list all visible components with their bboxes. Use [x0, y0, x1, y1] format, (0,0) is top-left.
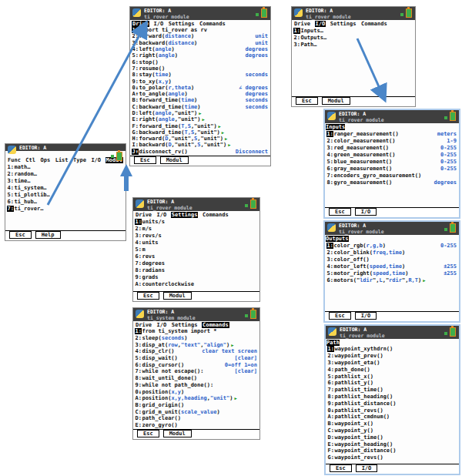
menu-item[interactable]: 1:color_rgb(r,g,b)0-255	[326, 242, 457, 249]
menu-tab-i-o[interactable]: I/O	[156, 212, 168, 218]
menu-item[interactable]: 6:disp_cursor()0=off 1=on	[135, 361, 258, 368]
menu-item[interactable]: 1:Inputs…	[293, 27, 413, 34]
menu-item[interactable]: 2:random…	[7, 170, 124, 177]
menu-item[interactable]: 7:while not escape():[clear]	[135, 368, 258, 375]
softkey-help[interactable]: Help	[35, 231, 61, 239]
softkey-esc[interactable]: Esc	[134, 156, 156, 164]
menu-item[interactable]: 1:import ti_rover as rv	[132, 27, 269, 33]
menu-item[interactable]: 7:encoders_gyro_measurement()	[326, 172, 457, 179]
menu-tab-ops[interactable]: Ops	[40, 157, 52, 163]
menu-tab-settings[interactable]: Settings	[171, 322, 199, 328]
menu-item[interactable]: E:waypoint_heading()	[327, 441, 457, 448]
menu-item[interactable]: 3:red_measurement()0-255	[326, 144, 457, 151]
softkey-esc[interactable]: Esc	[137, 430, 159, 437]
menu-item[interactable]: 5:pathlist_x()	[327, 373, 457, 380]
menu-item[interactable]: 0↓pathlist_revs()	[327, 407, 457, 414]
menu-item[interactable]: 6:revs	[135, 253, 258, 260]
menu-item[interactable]: 2:sleep(seconds)	[135, 335, 258, 342]
menu-item[interactable]: 2:forward(distance)unit	[132, 33, 269, 39]
menu-tab-ctl[interactable]: Ctl	[25, 157, 36, 163]
menu-tab-drive[interactable]: Drive	[135, 212, 152, 218]
menu-item[interactable]: 1:math…	[7, 163, 124, 170]
menu-tab-drive[interactable]: Drive	[135, 322, 152, 328]
menu-tab-drive[interactable]: Drive	[293, 21, 311, 27]
softkey-modul[interactable]: Modul	[163, 430, 192, 437]
menu-item[interactable]: 2:waypoint_prev()	[327, 353, 457, 360]
menu-item[interactable]: 3:backward(distance)unit	[132, 40, 269, 46]
menu-tab-settings[interactable]: Settings	[168, 21, 196, 27]
menu-item[interactable]: 3:revs/s	[135, 232, 258, 239]
menu-item[interactable]: 2:color_blink(freq,time)	[326, 249, 457, 256]
menu-item[interactable]: A:pathlist_cmdnum()	[327, 414, 457, 421]
menu-item[interactable]: 5:m	[135, 246, 258, 253]
menu-item[interactable]: 1:units/s	[135, 218, 258, 225]
menu-tab-commands[interactable]: Commands	[202, 322, 229, 328]
menu-item[interactable]: 4:green_measurement()0-255	[326, 151, 457, 158]
menu-item[interactable]: 1:waypoint_xythdrn()	[327, 346, 457, 353]
menu-item[interactable]: 7:pathlist_time()	[327, 387, 457, 394]
softkey-esc[interactable]: Esc	[329, 312, 351, 320]
menu-tab-list[interactable]: List	[55, 157, 69, 163]
menu-tab-i-o[interactable]: I/O	[156, 322, 168, 328]
menu-tab-func[interactable]: Func	[7, 157, 22, 163]
softkey-esc[interactable]: Esc	[329, 208, 351, 216]
menu-tab-settings[interactable]: Settings	[171, 212, 199, 218]
softkey-esc[interactable]: Esc	[296, 97, 318, 105]
menu-tab-type[interactable]: Type	[72, 157, 87, 163]
menu-item[interactable]: 9:to_xy(x,y)	[132, 78, 269, 84]
menu-item[interactable]: 2:Outputs…	[293, 34, 413, 41]
softkey-modul[interactable]: Modul	[160, 156, 189, 164]
menu-item[interactable]: D:waypoint_time()	[327, 434, 457, 441]
menu-item[interactable]: 5:blue_measurement()0-255	[326, 158, 457, 165]
menu-item[interactable]: A↑to_angle(angle)degrees	[132, 91, 269, 97]
softkey-i-o[interactable]: I/O	[355, 208, 377, 216]
menu-item[interactable]: 8:stay(time)seconds	[132, 72, 269, 78]
menu-item[interactable]: C:backward_time(time)seconds	[132, 104, 269, 110]
menu-item[interactable]: B:waypoint_x()	[327, 421, 457, 427]
menu-item[interactable]: 6:ti_hub…	[7, 198, 124, 205]
menu-item[interactable]: J↑disconnect_rv()Disconnect	[132, 149, 269, 155]
menu-item[interactable]: 3:waypoint_eta()	[327, 360, 457, 367]
menu-item[interactable]: 1:from ti_system import *	[135, 328, 258, 335]
menu-item[interactable]: 7:ti_rover…	[7, 205, 124, 212]
softkey-modul[interactable]: Modul	[322, 97, 350, 105]
softkey-modul[interactable]: Modul	[163, 292, 192, 300]
menu-item[interactable]: 6:gray_measurement()0-255	[326, 165, 457, 172]
menu-item[interactable]: 3:Path…	[293, 41, 413, 48]
menu-item[interactable]: 5:disp_wait()[clear]	[135, 355, 258, 362]
menu-item[interactable]: 4:units	[135, 239, 258, 246]
menu-item[interactable]: 5:right(angle)degrees	[132, 52, 269, 59]
menu-item[interactable]: 4:motor_left(speed,time)±255	[326, 263, 457, 270]
menu-tab-i-o[interactable]: I/O	[315, 21, 326, 27]
menu-item[interactable]: 5:motor_right(speed,time)±255	[326, 270, 457, 277]
menu-item[interactable]: 8:gyro_measurement()degrees	[326, 179, 457, 186]
menu-item[interactable]: G:waypoint_revs()	[327, 454, 457, 461]
menu-item[interactable]: 2:color_measurement()1-9	[326, 137, 457, 144]
menu-tab-i-o[interactable]: I/O	[153, 21, 165, 27]
softkey-esc[interactable]: Esc	[137, 292, 159, 300]
menu-item[interactable]: 3:time…	[7, 177, 124, 184]
menu-item[interactable]: 8:wait_until_done()	[135, 375, 258, 382]
menu-item[interactable]: 6:motors("ldir",L,"rdir",R,T)▶	[326, 277, 457, 283]
menu-item[interactable]: 9:pathlist_distance()	[327, 400, 457, 407]
menu-item[interactable]: 6:stop()	[132, 59, 269, 65]
menu-item[interactable]: A:counterclockwise	[135, 280, 258, 287]
menu-tab-commands[interactable]: Commands	[202, 212, 229, 218]
menu-item[interactable]: 0↓position(x,y)	[135, 388, 258, 395]
menu-tab-commands[interactable]: Commands	[360, 21, 388, 27]
menu-item[interactable]: 3:color_off()	[326, 256, 457, 263]
menu-item[interactable]: 7:degrees	[135, 260, 258, 266]
menu-item[interactable]: B:grid_origin()	[135, 402, 258, 409]
menu-item[interactable]: 8:pathlist_heading()	[327, 394, 457, 401]
menu-tab-drive[interactable]: Drive	[132, 21, 149, 27]
menu-item[interactable]: C:waypoint_y()	[327, 427, 457, 434]
menu-item[interactable]: 6:pathlist_y()	[327, 380, 457, 387]
menu-item[interactable]: D:path_clear()	[135, 415, 258, 422]
menu-item[interactable]: 7:resume()	[132, 65, 269, 72]
softkey-i-o[interactable]: I/O	[355, 312, 377, 320]
menu-tab-commands[interactable]: Commands	[199, 21, 226, 27]
menu-item[interactable]: B:forward_time(time)seconds	[132, 97, 269, 103]
menu-item[interactable]: C:grid_m_unit(scale_value)	[135, 408, 258, 415]
menu-item[interactable]: 9:grads	[135, 273, 258, 280]
menu-item[interactable]: F:waypoint_distance()	[327, 448, 457, 454]
